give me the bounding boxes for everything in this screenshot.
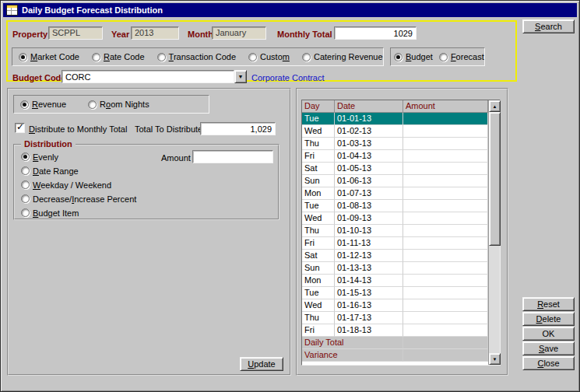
reset-button[interactable]: Reset [522, 297, 575, 311]
cell-day: Tue [302, 113, 335, 125]
scroll-down-icon[interactable]: ▼ [489, 353, 501, 365]
table-body: Tue01-01-13Wed01-02-13Thu01-03-13Fri01-0… [302, 113, 488, 362]
cell-amount [403, 287, 488, 299]
radio-label: Evenly [33, 152, 58, 162]
table-row[interactable]: Wed01-09-13 [302, 212, 488, 225]
table-header: Day Date Amount [302, 100, 488, 113]
radio-forecast[interactable]: Forecast [439, 52, 484, 62]
close-button[interactable]: Close [522, 356, 575, 370]
radio-dot-icon [248, 53, 257, 61]
cell-date: 01-13-13 [335, 262, 403, 275]
radio-dot-icon [92, 53, 100, 61]
titlebar[interactable]: Daily Budget Forecast Distribution [3, 3, 577, 17]
cell-day: Wed [302, 299, 335, 312]
cell-day: Thu [302, 138, 335, 150]
monthly-total-field[interactable] [334, 26, 417, 40]
cell-date: 01-01-13 [335, 113, 403, 125]
table-row[interactable]: Thu01-10-13 [302, 225, 488, 237]
table-grid: Day Date Amount Tue01-01-13Wed01-02-13Th… [302, 100, 488, 365]
distribution-radio-list: EvenlyDate RangeWeekday / WeekendDecreas… [21, 152, 136, 218]
cell-date: 01-02-13 [335, 125, 403, 138]
cell-day: Mon [302, 187, 335, 200]
radio-dot-icon [88, 100, 97, 109]
scrollbar-thumb[interactable] [489, 112, 501, 246]
amount-field[interactable] [192, 150, 273, 163]
cell-date: 01-15-13 [335, 287, 403, 299]
chevron-down-icon: ▼ [238, 74, 244, 79]
cell-day: Fri [302, 324, 335, 337]
radio-decrease-increase-percent[interactable]: Decrease/Increase Percent [21, 194, 136, 204]
budget-table: Day Date Amount Tue01-01-13Wed01-02-13Th… [301, 100, 501, 366]
cell-amount [403, 125, 488, 138]
column-header-amount: Amount [403, 100, 488, 113]
search-button[interactable]: Search [522, 19, 575, 33]
table-row[interactable]: Fri01-18-13 [302, 324, 488, 337]
table-row[interactable]: Mon01-07-13 [302, 187, 488, 200]
cell-day: Sat [302, 163, 335, 175]
budget-code-field[interactable] [62, 70, 234, 83]
save-button[interactable]: Save [522, 341, 575, 355]
table-row[interactable]: Thu01-17-13 [302, 312, 488, 324]
cell-day: Wed [302, 125, 335, 138]
radio-date-range[interactable]: Date Range [21, 166, 136, 176]
radio-rate-code[interactable]: Rate Code [92, 52, 145, 62]
ok-button[interactable]: OK [522, 327, 575, 341]
radio-budget-item[interactable]: Budget Item [21, 208, 136, 218]
cell-day: Fri [302, 237, 335, 250]
table-row[interactable]: Tue01-08-13 [302, 200, 488, 212]
property-field[interactable]: SCPPL [48, 26, 103, 40]
radio-weekday-weekend[interactable]: Weekday / Weekend [21, 180, 136, 190]
table-row[interactable]: Fri01-11-13 [302, 237, 488, 250]
table-row[interactable]: Wed01-02-13 [302, 125, 488, 138]
update-button[interactable]: Update [240, 357, 283, 371]
value-radio-panel: RevenueRoom Nights [13, 95, 209, 114]
cell-day: Thu [302, 312, 335, 324]
radio-room-nights[interactable]: Room Nights [88, 100, 149, 110]
radio-dot-icon [21, 194, 30, 203]
cell-day: Tue [302, 287, 335, 299]
radio-label: Transaction Code [169, 52, 236, 61]
radio-catering-revenue[interactable]: Catering Revenue [302, 52, 383, 62]
radio-dot-icon [19, 53, 27, 61]
cell-day: Sun [302, 262, 335, 275]
table-row[interactable]: Sat01-12-13 [302, 250, 488, 262]
cell-date: 01-09-13 [335, 212, 403, 225]
radio-market-code[interactable]: Market Code [19, 52, 79, 62]
table-row[interactable]: Tue01-15-13 [302, 287, 488, 299]
cell-day: Wed [302, 212, 335, 225]
cell-date: 01-14-13 [335, 275, 403, 287]
table-row[interactable]: Mon01-14-13 [302, 275, 488, 287]
table-row[interactable]: Thu01-03-13 [302, 138, 488, 150]
cell-date: 01-11-13 [335, 237, 403, 250]
cell-date: 01-03-13 [335, 138, 403, 150]
year-field[interactable]: 2013 [131, 26, 179, 40]
window: Daily Budget Forecast Distribution Searc… [0, 0, 580, 392]
radio-custom[interactable]: Custom [248, 52, 290, 62]
distribute-checkbox[interactable]: ✓ [15, 123, 25, 133]
radio-evenly[interactable]: Evenly [21, 152, 136, 162]
amount-label: Amount [161, 153, 191, 163]
cell-amount [403, 212, 488, 225]
budget-code-dropdown-button[interactable]: ▼ [234, 70, 247, 83]
table-row[interactable]: Sat01-05-13 [302, 163, 488, 175]
month-field[interactable]: January [212, 26, 266, 40]
radio-dot-icon [394, 53, 402, 61]
radio-label: Forecast [451, 52, 484, 61]
delete-button[interactable]: Delete [522, 312, 575, 326]
radio-revenue[interactable]: Revenue [20, 100, 66, 110]
table-scrollbar[interactable]: ▲ ▼ [488, 100, 500, 365]
footer-label: Daily Total [302, 337, 403, 349]
cell-date: 01-08-13 [335, 200, 403, 212]
radio-transaction-code[interactable]: Transaction Code [157, 52, 236, 62]
radio-label: Budget [406, 52, 433, 61]
table-row[interactable]: Sun01-06-13 [302, 175, 488, 187]
cell-amount [403, 324, 488, 337]
table-row[interactable]: Wed01-16-13 [302, 299, 488, 312]
cell-date: 01-05-13 [335, 163, 403, 175]
radio-budget[interactable]: Budget [394, 52, 433, 62]
scroll-up-icon[interactable]: ▲ [489, 100, 501, 112]
table-row[interactable]: Sun01-13-13 [302, 262, 488, 275]
table-row[interactable]: Tue01-01-13 [302, 113, 488, 125]
total-to-distribute-field[interactable] [200, 122, 276, 135]
table-row[interactable]: Fri01-04-13 [302, 150, 488, 163]
